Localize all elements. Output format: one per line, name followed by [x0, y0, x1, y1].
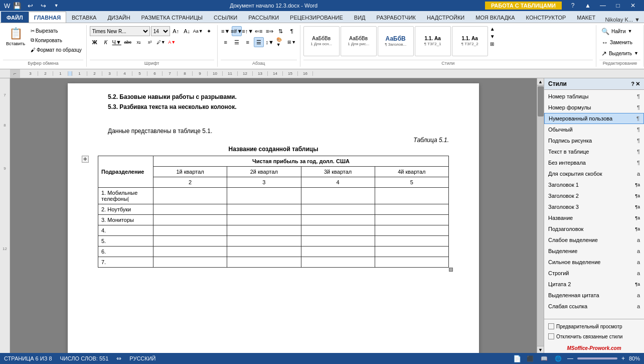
preview-checkbox[interactable]: Предварительный просмотр [548, 321, 640, 331]
table-cell-monitors[interactable]: 3. Мониторы [98, 215, 153, 225]
style-item-quote2[interactable]: Цитата 2 ¶a [544, 279, 644, 290]
style-item-hide-braces[interactable]: Для сокрытия скобок a [544, 168, 644, 179]
style-preview-2[interactable]: АаБбВв1 Для рис... [341, 26, 377, 56]
shading-btn[interactable]: 🎨▼ [276, 37, 286, 47]
table-cell-laptops[interactable]: 2. Ноутбуки [98, 204, 153, 215]
borders-btn[interactable]: ⊞▼ [287, 37, 297, 47]
select-button[interactable]: ↗ Выделить ▼ [599, 48, 640, 58]
table-cell-64[interactable] [375, 247, 448, 257]
subscript-btn[interactable]: x₂ [134, 37, 144, 47]
increase-font-btn[interactable]: A↑ [171, 26, 181, 36]
table-cell-mobile[interactable]: 1. Мобильныетелефоны| [98, 188, 153, 204]
table-cell-44[interactable] [375, 225, 448, 236]
tab-design[interactable]: ДИЗАЙН [102, 12, 135, 23]
view-print-btn[interactable]: ⬛ [525, 354, 535, 363]
table-cell-l2[interactable] [227, 204, 301, 215]
restore-btn[interactable]: □ [611, 1, 625, 11]
table-cell-m2[interactable] [227, 188, 301, 204]
align-center-btn[interactable]: ☰ [232, 37, 242, 47]
change-case-btn[interactable]: Aa▼ [193, 26, 203, 36]
style-preview-1[interactable]: АаБбВв1 Для осн... [303, 26, 340, 56]
table-cell-73[interactable] [301, 257, 375, 268]
style-item-table-num[interactable]: Номер таблицы ¶ [544, 91, 644, 102]
style-preview-3[interactable]: АаБбВ¶ Заголов... [378, 26, 414, 56]
tab-maket[interactable]: МАКЕТ [571, 12, 601, 23]
find-button[interactable]: 🔍 Найти ▼ [599, 26, 634, 36]
table-cell-63[interactable] [301, 247, 375, 257]
table-cell-mn2[interactable] [227, 215, 301, 225]
scroll-thumb[interactable] [538, 86, 544, 116]
table-cell-mn3[interactable] [301, 215, 375, 225]
style-item-strong[interactable]: Строгий a [544, 268, 644, 279]
tab-references[interactable]: ССЫЛКИ [208, 12, 243, 23]
close-btn[interactable]: ✕ [626, 1, 640, 11]
minimize-btn[interactable]: — [596, 1, 610, 11]
table-cell-m3[interactable] [301, 188, 375, 204]
style-item-heading1[interactable]: Заголовок 1 ¶a [544, 179, 644, 190]
scroll-up-btn[interactable]: ▲ [537, 78, 544, 85]
decrease-indent-btn[interactable]: ⇐≡ [254, 26, 264, 36]
font-size-select[interactable]: 14 [151, 26, 170, 36]
redo-btn[interactable]: ↪ [37, 0, 49, 12]
table-cell-m1[interactable] [153, 188, 227, 204]
style-preview-5[interactable]: 1.1. Аа¶ ТЗГ2_2 [452, 26, 488, 56]
styles-close-btn[interactable]: ✕ [635, 81, 640, 87]
vertical-scrollbar[interactable]: ▲ ▼ [537, 78, 544, 353]
table-cell-l1[interactable] [153, 204, 227, 215]
table-cell-4[interactable]: 4. [98, 225, 153, 236]
page-indicator[interactable]: СТРАНИЦА 6 ИЗ 8 [4, 355, 52, 361]
table-cell-6[interactable]: 6. [98, 247, 153, 257]
style-item-figure-caption[interactable]: Подпись рисунка ¶ [544, 135, 644, 146]
save-btn[interactable]: 💾 [11, 0, 23, 12]
styles-help-btn[interactable]: ? [631, 81, 634, 87]
table-cell-7[interactable]: 7. [98, 257, 153, 268]
paste-button[interactable]: 📋 Вставить [3, 26, 28, 56]
table-cell-62[interactable] [227, 247, 301, 257]
style-item-title[interactable]: Название ¶a [544, 212, 644, 223]
table-cell-41[interactable] [153, 225, 227, 236]
style-item-emphasis[interactable]: Выделение a [544, 246, 644, 257]
sort-btn[interactable]: ⇅ [276, 26, 286, 36]
style-item-subtitle[interactable]: Подзаголовок ¶a [544, 223, 644, 234]
style-item-heading2[interactable]: Заголовок 2 ¶a [544, 190, 644, 201]
checkbox-linked[interactable] [548, 333, 554, 339]
dropdown-btn[interactable]: ▼ [50, 0, 62, 12]
ruler-corner[interactable]: ⌐ [14, 71, 17, 76]
undo-btn[interactable]: ↩ [24, 0, 36, 12]
table-cell-53[interactable] [301, 236, 375, 247]
tab-view[interactable]: ВИД [349, 12, 371, 23]
tab-layout[interactable]: РАЗМЕТКА СТРАНИЦЫ [136, 12, 208, 23]
table-cell-54[interactable] [375, 236, 448, 247]
decrease-font-btn[interactable]: A↓ [182, 26, 192, 36]
highlight-btn[interactable]: 🖊▼ [156, 37, 166, 47]
table-cell-71[interactable] [153, 257, 227, 268]
table-cell-43[interactable] [301, 225, 375, 236]
style-item-intense-quote[interactable]: Выделенная цитата a [544, 290, 644, 301]
scroll-down-btn[interactable]: ▼ [537, 346, 544, 353]
superscript-btn[interactable]: x² [145, 37, 155, 47]
format-painter-button[interactable]: 🖌 Формат по образцу [29, 45, 83, 54]
language[interactable]: РУССКИЙ [129, 355, 155, 361]
style-preview-4[interactable]: 1.1. Аа¶ ТЗГ2_1 [415, 26, 451, 56]
table-cell-5[interactable]: 5. [98, 236, 153, 247]
word-count[interactable]: ЧИСЛО СЛОВ: 551 [60, 355, 109, 361]
tab-file[interactable]: ФАЙЛ [1, 12, 29, 23]
table-cell-52[interactable] [227, 236, 301, 247]
replace-button[interactable]: ↔ Заменить [599, 37, 634, 47]
table-cell-72[interactable] [227, 257, 301, 268]
table-cell-74[interactable] [375, 257, 448, 268]
view-reading-btn[interactable]: 📖 [539, 354, 549, 363]
style-item-subtle-ref[interactable]: Слабая ссылка a [544, 301, 644, 312]
zoom-out-btn[interactable]: — [567, 355, 573, 362]
table-cell-mn4[interactable] [375, 215, 448, 225]
show-marks-btn[interactable]: ¶ [287, 26, 297, 36]
table-handle[interactable]: ✛ [82, 156, 89, 163]
align-right-btn[interactable]: ≡ [243, 37, 253, 47]
align-left-btn[interactable]: ≡ [221, 37, 231, 47]
table-cell-l3[interactable] [301, 204, 375, 215]
scroll-track[interactable] [537, 85, 544, 346]
style-item-table-text[interactable]: Текст в таблице ¶ [544, 146, 644, 157]
checkbox-preview[interactable] [548, 323, 554, 329]
font-name-select[interactable]: Times New R... [90, 26, 150, 36]
style-item-normal[interactable]: Обычный ¶ [544, 124, 644, 135]
